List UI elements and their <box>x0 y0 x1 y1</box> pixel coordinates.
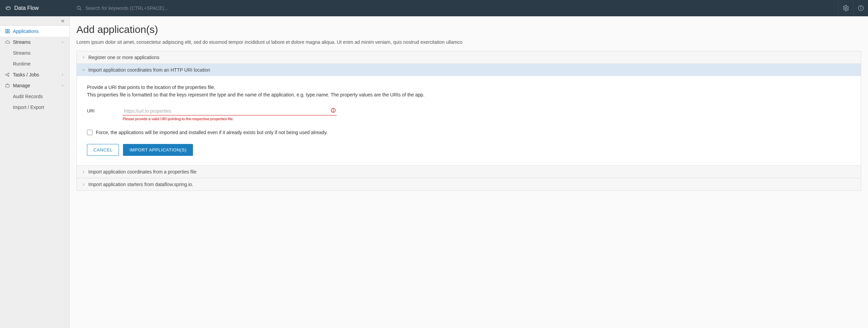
sidebar-item-streams[interactable]: Streams <box>0 37 69 48</box>
grid-icon <box>5 29 10 34</box>
chevron-right-icon <box>82 182 86 186</box>
force-checkbox-label[interactable]: Force, the applications will be imported… <box>96 130 327 135</box>
search-icon <box>76 5 82 11</box>
accordion-title: Import application starters from dataflo… <box>88 182 193 187</box>
gear-icon <box>843 5 849 12</box>
uri-field-wrap: Please provide a valid URI pointing to t… <box>123 107 337 121</box>
accordion-title: Import application coordinates from an H… <box>88 67 210 73</box>
search-wrap <box>70 0 838 16</box>
settings-button[interactable] <box>838 0 853 16</box>
uri-input[interactable] <box>123 107 337 115</box>
search-input[interactable] <box>85 5 838 11</box>
page-title: Add application(s) <box>76 24 861 35</box>
sidebar-item-label: Manage <box>13 83 30 88</box>
error-icon <box>331 108 336 113</box>
svg-rect-9 <box>8 29 10 30</box>
sidebar-item-tasks[interactable]: Tasks / Jobs <box>0 69 69 80</box>
chevron-down-icon <box>60 84 65 88</box>
svg-line-2 <box>80 9 81 10</box>
sidebar-sub-label: Streams <box>13 50 31 56</box>
svg-rect-21 <box>6 85 10 87</box>
topbar: Data Flow <box>0 0 868 16</box>
sidebar-sub-audit[interactable]: Audit Records <box>0 91 69 102</box>
button-row: CANCEL IMPORT APPLICATION(S) <box>87 144 851 156</box>
svg-rect-7 <box>5 29 6 30</box>
brand-logo-icon <box>5 5 11 11</box>
svg-rect-10 <box>5 31 6 32</box>
nodes-icon <box>5 72 10 77</box>
sidebar-item-label: Tasks / Jobs <box>13 72 39 77</box>
svg-point-1 <box>77 6 80 9</box>
sidebar-item-label: Streams <box>13 39 31 45</box>
top-actions <box>838 0 868 16</box>
sidebar-collapse-button[interactable] <box>0 16 69 26</box>
import-applications-button[interactable]: IMPORT APPLICATION(S) <box>123 144 193 156</box>
svg-rect-11 <box>7 31 8 32</box>
sidebar-item-label: Applications <box>13 29 39 34</box>
svg-rect-12 <box>8 31 10 32</box>
svg-rect-13 <box>5 32 6 33</box>
sidebar-sub-runtime[interactable]: Runtime <box>0 58 69 69</box>
accordion-item-import-file: Import application coordinates from a pr… <box>77 165 861 178</box>
main-content: Add application(s) Lorem ipsum dolor sit… <box>70 16 868 328</box>
svg-point-16 <box>5 74 7 75</box>
svg-line-19 <box>7 74 8 74</box>
form-row-uri: URI Please provide a valid URI pointing … <box>87 107 851 121</box>
sidebar-item-applications[interactable]: Applications <box>0 26 69 37</box>
info-icon <box>857 5 864 12</box>
chevron-right-icon <box>82 55 86 59</box>
form-description-line: This properties file is formatted so tha… <box>87 92 425 97</box>
accordion-header-import-file[interactable]: Import application coordinates from a pr… <box>77 166 861 178</box>
accordion-title: Import application coordinates from a pr… <box>88 169 196 175</box>
info-button[interactable] <box>853 0 868 16</box>
uri-label: URI <box>87 107 116 113</box>
svg-point-18 <box>8 75 9 77</box>
svg-point-6 <box>861 7 861 7</box>
sidebar-sub-streams[interactable]: Streams <box>0 48 69 58</box>
cloud-icon <box>5 39 10 45</box>
sidebar: Applications Streams Streams Runtime Tas… <box>0 16 70 328</box>
svg-rect-8 <box>7 29 8 30</box>
sidebar-sub-label: Audit Records <box>13 94 43 99</box>
accordion-item-import-uri: Import application coordinates from an H… <box>77 63 861 165</box>
page-subtitle: Lorem ipsum dolor sit amet, consectetur … <box>76 39 861 45</box>
svg-rect-15 <box>8 32 10 33</box>
form-description-line: Provide a URI that points to the locatio… <box>87 85 215 90</box>
form-description: Provide a URI that points to the locatio… <box>87 84 851 99</box>
brand: Data Flow <box>0 0 70 16</box>
chevron-right-icon <box>82 170 86 174</box>
svg-line-20 <box>7 75 8 76</box>
chevron-right-icon <box>60 73 65 77</box>
cancel-button[interactable]: CANCEL <box>87 144 119 156</box>
svg-point-3 <box>845 7 847 9</box>
uri-error-message: Please provide a valid URI pointing to t… <box>123 117 337 121</box>
accordion-header-import-starters[interactable]: Import application starters from dataflo… <box>77 178 861 190</box>
svg-rect-14 <box>7 32 8 33</box>
sidebar-sub-import-export[interactable]: Import / Export <box>0 102 69 113</box>
chevron-double-left-icon <box>60 19 65 23</box>
accordion-header-import-uri[interactable]: Import application coordinates from an H… <box>77 64 861 76</box>
chevron-down-icon <box>60 40 65 44</box>
chevron-down-icon <box>82 68 86 72</box>
briefcase-icon <box>5 83 10 88</box>
brand-name: Data Flow <box>14 5 39 11</box>
sidebar-sub-label: Runtime <box>13 61 31 67</box>
accordion-title: Register one or more applications <box>88 55 159 60</box>
sidebar-item-manage[interactable]: Manage <box>0 80 69 91</box>
accordion-body-import-uri: Provide a URI that points to the locatio… <box>77 76 861 165</box>
accordion-header-register[interactable]: Register one or more applications <box>77 51 861 63</box>
sidebar-sub-label: Import / Export <box>13 105 44 110</box>
svg-point-24 <box>333 111 333 111</box>
svg-point-17 <box>8 73 9 74</box>
force-checkbox-row: Force, the applications will be imported… <box>87 130 851 135</box>
force-checkbox[interactable] <box>87 130 92 135</box>
accordion-item-register: Register one or more applications <box>77 51 861 63</box>
accordion: Register one or more applications Import… <box>76 51 861 191</box>
accordion-item-import-starters: Import application starters from dataflo… <box>77 178 861 190</box>
